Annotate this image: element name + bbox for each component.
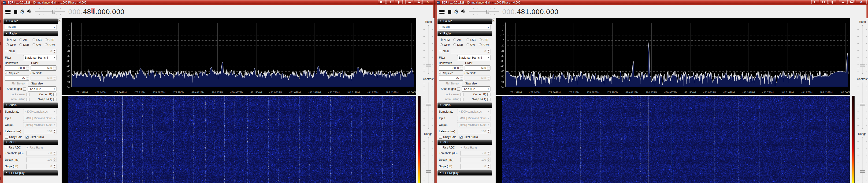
pin-button[interactable] — [395, 0, 403, 4]
maximize-button[interactable] — [847, 0, 855, 4]
contrast-slider-thumb[interactable] — [860, 103, 865, 105]
pin-button[interactable] — [828, 0, 836, 4]
panel-header-fft-display[interactable]: ▼FFT Display — [437, 170, 492, 176]
use-agc-checkbox[interactable] — [5, 146, 8, 149]
swap-iq-checkbox[interactable] — [487, 98, 491, 101]
bandwidth-spinner[interactable]: 8000▲▼ — [5, 66, 29, 71]
contrast-slider[interactable] — [856, 83, 868, 129]
source-device-dropdown[interactable]: HackRF▼ — [5, 25, 57, 30]
frequency-leading-zeros[interactable]: 000. — [68, 8, 83, 16]
contrast-slider[interactable] — [422, 83, 434, 129]
swap-iq-checkbox[interactable] — [53, 98, 57, 101]
panel-header-source[interactable]: ▼Source — [3, 19, 58, 24]
step-size-dropdown[interactable]: 12.5 kHz▼ — [462, 86, 491, 92]
sidebar-scrollbar[interactable]: ▲ — [492, 18, 495, 183]
frequency-display[interactable]: 000.481.000.000 — [68, 8, 125, 16]
panel-header-agc[interactable]: ▼AGC — [3, 139, 58, 145]
range-slider-thumb[interactable] — [426, 170, 431, 173]
filter-audio-checkbox[interactable] — [26, 136, 29, 139]
snap-to-grid-checkbox[interactable] — [457, 87, 460, 90]
frequency-digits[interactable]: .000.000 — [529, 8, 559, 16]
shift-checkbox[interactable] — [439, 50, 442, 53]
title-bar[interactable]: SDR# v1.0.0.1328 - IQ Imbalance: Gain = … — [1, 0, 434, 5]
zoom-slider[interactable] — [422, 25, 434, 74]
panel-header-agc[interactable]: ▼AGC — [437, 139, 492, 145]
volume-slider[interactable] — [469, 8, 499, 15]
bandwidth-spinner[interactable]: 8000▲▼ — [439, 66, 463, 71]
panel-splitter-grip[interactable] — [493, 90, 495, 93]
mode-nfm[interactable]: NFM — [6, 38, 20, 42]
mode-dsb[interactable]: DSB — [454, 43, 467, 47]
volume-slider-thumb[interactable] — [53, 9, 55, 14]
stop-button[interactable] — [448, 10, 451, 14]
mode-cw[interactable]: CW — [467, 43, 479, 47]
order-spinner[interactable]: 500▲▼ — [31, 66, 57, 71]
source-device-dropdown[interactable]: HackRF▼ — [439, 25, 491, 30]
mode-lsb[interactable]: LSB — [467, 38, 479, 42]
filter-dropdown[interactable]: Blackman-Harris 4▼ — [457, 55, 491, 60]
zoom-slider-thumb[interactable] — [860, 64, 865, 67]
dock-left-button[interactable] — [811, 0, 819, 4]
dock-left-button[interactable] — [378, 0, 386, 4]
mode-wfm[interactable]: WFM — [6, 43, 20, 47]
mode-cw[interactable]: CW — [33, 43, 45, 47]
range-slider-thumb[interactable] — [860, 170, 865, 173]
dock-right-button[interactable] — [386, 0, 394, 4]
settings-gear-icon[interactable]: ⚙ — [20, 9, 25, 15]
range-slider[interactable] — [856, 137, 868, 183]
settings-gear-icon[interactable]: ⚙ — [454, 9, 459, 15]
frequency-digits[interactable]: 481 — [517, 8, 529, 16]
spectrum-canvas[interactable] — [62, 18, 416, 90]
squelch-spinner[interactable]: 75▲▼ — [5, 76, 29, 81]
minimize-button[interactable] — [839, 0, 847, 4]
frequency-leading-zeros[interactable]: 000. — [502, 8, 517, 16]
waterfall-canvas[interactable] — [496, 96, 850, 183]
spectrum-canvas[interactable] — [496, 18, 850, 90]
frequency-digits[interactable]: .000.000 — [95, 8, 125, 16]
mode-dsb[interactable]: DSB — [20, 43, 33, 47]
zoom-slider-thumb[interactable] — [426, 64, 431, 67]
order-spinner[interactable]: 500▲▼ — [465, 66, 491, 71]
volume-slider[interactable] — [35, 8, 65, 15]
correct-iq-checkbox[interactable] — [53, 93, 57, 96]
mode-raw[interactable]: RAW — [479, 43, 491, 47]
filter-audio-checkbox[interactable] — [460, 136, 463, 139]
shift-checkbox[interactable] — [5, 50, 8, 53]
volume-slider-thumb[interactable] — [487, 9, 489, 14]
mode-usb[interactable]: USB — [479, 38, 491, 42]
minimize-button[interactable] — [405, 0, 413, 4]
speaker-icon[interactable] — [27, 9, 32, 14]
squelch-checkbox[interactable] — [439, 72, 442, 75]
range-slider[interactable] — [422, 137, 434, 183]
panel-header-radio[interactable]: ▼Radio — [3, 31, 58, 36]
scroll-up-arrow-icon[interactable]: ▲ — [492, 19, 495, 22]
frequency-digits[interactable]: 48 — [83, 8, 91, 16]
menu-button[interactable] — [5, 10, 10, 14]
speaker-icon[interactable] — [461, 9, 466, 14]
maximize-button[interactable] — [414, 0, 422, 4]
mode-raw[interactable]: RAW — [45, 43, 57, 47]
contrast-slider-thumb[interactable] — [426, 103, 431, 105]
frequency-cursor-digit[interactable]: 1 — [91, 8, 95, 16]
use-agc-checkbox[interactable] — [439, 146, 442, 149]
close-button[interactable]: × — [856, 0, 867, 4]
panel-header-fft-display[interactable]: ▼FFT Display — [3, 170, 58, 176]
panel-splitter-grip[interactable] — [59, 90, 61, 93]
waterfall-canvas[interactable] — [62, 96, 416, 183]
mode-usb[interactable]: USB — [45, 38, 57, 42]
stop-button[interactable] — [14, 10, 17, 14]
mode-wfm[interactable]: WFM — [440, 43, 454, 47]
filter-dropdown[interactable]: Blackman-Harris 4▼ — [23, 55, 57, 60]
mode-am[interactable]: AM — [454, 38, 467, 42]
squelch-spinner[interactable]: 75▲▼ — [439, 76, 463, 81]
step-size-dropdown[interactable]: 12.5 kHz▼ — [28, 86, 57, 92]
unity-gain-checkbox[interactable] — [5, 136, 8, 139]
mode-lsb[interactable]: LSB — [33, 38, 45, 42]
mode-am[interactable]: AM — [20, 38, 33, 42]
panel-header-audio[interactable]: ▼Audio — [437, 103, 492, 108]
sidebar-scrollbar[interactable]: ▲ — [58, 18, 61, 183]
panel-header-audio[interactable]: ▼Audio — [3, 103, 58, 108]
snap-to-grid-checkbox[interactable] — [23, 87, 26, 90]
title-bar[interactable]: SDR# v1.0.0.1328 - IQ Imbalance: Gain = … — [435, 0, 868, 5]
correct-iq-checkbox[interactable] — [487, 93, 491, 96]
